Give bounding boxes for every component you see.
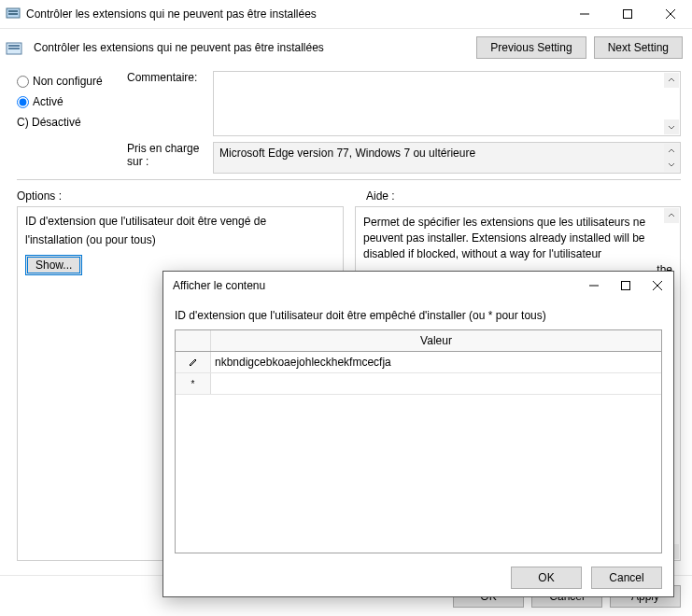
radio-enabled-input[interactable] bbox=[17, 96, 29, 108]
svg-rect-11 bbox=[622, 282, 630, 290]
options-heading-line2: l'installation (ou pour tous) bbox=[25, 233, 335, 248]
dialog-title: Afficher le contenu bbox=[173, 279, 578, 292]
close-button[interactable] bbox=[649, 0, 692, 28]
dialog-caption: ID d'extension que l'utilisateur doit êt… bbox=[175, 309, 662, 322]
header-row: Contrôler les extensions qui ne peuvent … bbox=[0, 28, 692, 65]
supported-on-label: Pris en charge sur : bbox=[127, 142, 213, 168]
show-contents-dialog: Afficher le contenu ID d'extension que l… bbox=[162, 271, 674, 597]
dialog-body: ID d'extension que l'utilisateur doit êt… bbox=[163, 300, 673, 559]
help-text: Permet de spécifier les extensions que l… bbox=[363, 215, 672, 261]
svg-rect-9 bbox=[8, 48, 20, 49]
svg-rect-1 bbox=[8, 10, 18, 12]
policy-icon bbox=[6, 40, 21, 55]
dialog-footer: OK Cancel bbox=[163, 559, 673, 596]
minimize-button[interactable] bbox=[563, 0, 606, 28]
grid-row[interactable]: * bbox=[176, 373, 661, 395]
dialog-minimize-button[interactable] bbox=[578, 272, 610, 300]
header-title: Contrôler les extensions qui ne peuvent … bbox=[34, 41, 324, 54]
value-input[interactable] bbox=[215, 353, 657, 371]
row-indicator-new-icon: * bbox=[176, 373, 211, 394]
value-input[interactable] bbox=[215, 374, 657, 393]
divider bbox=[17, 179, 681, 180]
window-title: Contrôler les extensions qui ne peuvent … bbox=[26, 7, 563, 21]
options-heading-line1: ID d'extension que l'utilisateur doit êt… bbox=[25, 215, 335, 230]
dialog-maximize-button[interactable] bbox=[610, 272, 642, 300]
app-icon bbox=[6, 7, 21, 21]
titlebar: Contrôler les extensions qui ne peuvent … bbox=[0, 0, 692, 28]
grid-column-header[interactable]: Valeur bbox=[211, 330, 661, 351]
scroll-down-icon[interactable] bbox=[664, 119, 679, 134]
comment-label: Commentaire: bbox=[127, 71, 213, 84]
radio-not-configured[interactable]: Non configuré bbox=[17, 71, 127, 91]
radio-disabled[interactable]: C) Désactivé bbox=[17, 112, 127, 133]
supported-on-box: Microsoft Edge version 77, Windows 7 ou … bbox=[213, 142, 681, 174]
grid-row[interactable] bbox=[176, 352, 661, 373]
supported-on-text: Microsoft Edge version 77, Windows 7 ou … bbox=[219, 147, 475, 160]
radio-disabled-label: C) Désactivé bbox=[17, 116, 81, 129]
options-label: Options : bbox=[17, 189, 355, 203]
state-radios: Non configuré Activé C) Désactivé bbox=[17, 71, 127, 133]
svg-rect-2 bbox=[8, 13, 18, 15]
grid-header: Valeur bbox=[176, 330, 661, 352]
scroll-up-icon[interactable] bbox=[664, 208, 679, 223]
dialog-ok-button[interactable]: OK bbox=[511, 567, 582, 589]
svg-rect-4 bbox=[624, 10, 632, 19]
maximize-button[interactable] bbox=[606, 0, 649, 28]
svg-rect-8 bbox=[8, 45, 20, 47]
dialog-close-button[interactable] bbox=[642, 272, 673, 300]
comment-textarea[interactable] bbox=[213, 71, 681, 136]
scroll-down-icon[interactable] bbox=[664, 157, 679, 172]
next-setting-button[interactable]: Next Setting bbox=[594, 36, 683, 59]
previous-setting-button[interactable]: Previous Setting bbox=[476, 36, 586, 59]
row-indicator-edit-icon bbox=[176, 352, 211, 372]
radio-not-configured-input[interactable] bbox=[17, 76, 29, 88]
scroll-up-icon[interactable] bbox=[664, 73, 679, 88]
dialog-cancel-button[interactable]: Cancel bbox=[591, 567, 662, 589]
radio-enabled-label: Activé bbox=[33, 95, 64, 108]
grid-corner bbox=[176, 330, 211, 351]
dialog-titlebar: Afficher le contenu bbox=[163, 272, 673, 300]
radio-not-configured-label: Non configuré bbox=[33, 75, 103, 88]
grid-cell[interactable] bbox=[211, 352, 661, 372]
radio-enabled[interactable]: Activé bbox=[17, 91, 127, 112]
value-grid[interactable]: Valeur * bbox=[175, 329, 662, 553]
help-label: Aide : bbox=[366, 189, 395, 203]
show-button[interactable]: Show... bbox=[25, 255, 82, 275]
grid-cell[interactable] bbox=[211, 373, 661, 394]
